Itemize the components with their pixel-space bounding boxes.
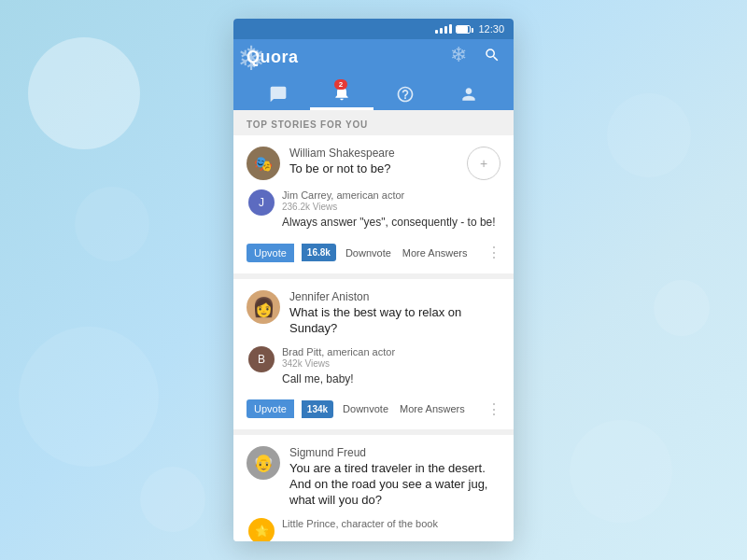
tab-help[interactable] xyxy=(374,77,437,109)
overflow-menu-2[interactable]: ⋮ xyxy=(486,400,500,418)
signal-bar-2 xyxy=(440,28,443,34)
tab-notifications[interactable]: 2 xyxy=(310,76,374,110)
avatar-shakespeare: 🎭 xyxy=(247,147,280,180)
answer-info-3: Little Prince, character of the book xyxy=(282,518,500,530)
story-author-2: Jennifer Aniston xyxy=(289,290,500,303)
avatar-aniston: 👩 xyxy=(247,290,280,324)
signal-indicator xyxy=(435,24,452,34)
story-question-3: You are a tired traveler in the desert. … xyxy=(289,461,500,509)
upvote-count-1[interactable]: 16.8k xyxy=(302,244,336,261)
answer-row-3: 🌟 Little Prince, character of the book xyxy=(247,518,500,541)
answer-text-2: Call me, baby! xyxy=(282,371,500,387)
answerer-name-3: Little Prince, character of the book xyxy=(282,518,500,529)
answerer-name-2: Brad Pitt, american actor xyxy=(282,346,500,357)
overflow-menu-1[interactable]: ⋮ xyxy=(486,244,500,261)
tab-profile[interactable] xyxy=(437,77,500,109)
signal-bar-3 xyxy=(444,26,447,34)
follow-button-1[interactable]: + xyxy=(467,147,500,180)
story-question-1: To be or not to be? xyxy=(289,161,458,177)
content-area: TOP STORIES FOR YOU 🎭 William Shakespear… xyxy=(233,110,514,541)
more-answers-button-2[interactable]: More Answers xyxy=(398,399,467,418)
battery-icon xyxy=(456,25,471,34)
story-info-2: Jennifer Aniston What is the best way to… xyxy=(289,290,500,337)
story-info-3: Sigmund Freud You are a tired traveler i… xyxy=(289,446,500,509)
notification-badge: 2 xyxy=(334,79,347,90)
downvote-button-1[interactable]: Downvote xyxy=(344,244,393,262)
app-header: ❄ ❄ Quora 2 xyxy=(233,39,514,110)
more-answers-button-1[interactable]: More Answers xyxy=(401,244,470,262)
story-question-2: What is the best way to relax on Sunday? xyxy=(289,305,500,337)
quora-logo: Quora xyxy=(247,48,299,67)
answer-views-1: 236.2k Views xyxy=(282,202,500,212)
status-bar: 12:30 xyxy=(233,19,514,39)
avatar-little-prince: 🌟 xyxy=(248,518,275,541)
signal-bar-1 xyxy=(435,30,438,34)
status-time: 12:30 xyxy=(478,23,504,35)
snowflake-small-icon: ❄ xyxy=(450,43,467,67)
story-card-freud: 👴 Sigmund Freud You are a tired traveler… xyxy=(233,435,514,541)
story-card-shakespeare: 🎭 William Shakespeare To be or not to be… xyxy=(233,135,514,273)
answer-row-2: B Brad Pitt, american actor 342k Views C… xyxy=(247,346,500,387)
story-question-row-3: 👴 Sigmund Freud You are a tired traveler… xyxy=(247,446,500,509)
answer-info-2: Brad Pitt, american actor 342k Views Cal… xyxy=(282,346,500,387)
answer-info-1: Jim Carrey, american actor 236.2k Views … xyxy=(282,189,500,231)
story-question-row-1: 🎭 William Shakespeare To be or not to be… xyxy=(247,147,500,180)
story-info-1: William Shakespeare To be or not to be? xyxy=(289,147,458,177)
tab-chat[interactable] xyxy=(247,77,310,109)
upvote-button-2[interactable]: Upvote xyxy=(247,399,294,418)
phone-frame: 12:30 ❄ ❄ Quora 2 xyxy=(233,19,514,541)
answer-row-1: J Jim Carrey, american actor 236.2k View… xyxy=(247,189,500,231)
downvote-button-2[interactable]: Downvote xyxy=(341,399,390,418)
story-card-aniston: 👩 Jennifer Aniston What is the best way … xyxy=(233,279,514,430)
upvote-button-1[interactable]: Upvote xyxy=(247,244,294,262)
answer-text-1: Always answer "yes", consequently - to b… xyxy=(282,215,500,231)
upvote-count-2[interactable]: 134k xyxy=(302,400,333,418)
nav-tabs: 2 xyxy=(247,76,500,110)
action-row-2: Upvote 134k Downvote More Answers ⋮ xyxy=(247,394,500,418)
story-question-row-2: 👩 Jennifer Aniston What is the best way … xyxy=(247,290,500,337)
story-author-1: William Shakespeare xyxy=(289,147,458,160)
answerer-name-1: Jim Carrey, american actor xyxy=(282,189,500,201)
avatar-pitt: B xyxy=(248,346,275,372)
section-label: TOP STORIES FOR YOU xyxy=(233,110,514,135)
answer-views-2: 342k Views xyxy=(282,358,500,369)
action-row-1: Upvote 16.8k Downvote More Answers ⋮ xyxy=(247,238,500,262)
signal-bar-4 xyxy=(449,24,452,34)
search-icon[interactable] xyxy=(484,47,500,68)
avatar-carrey: J xyxy=(248,189,275,216)
avatar-freud: 👴 xyxy=(247,446,280,480)
story-author-3: Sigmund Freud xyxy=(289,446,500,459)
